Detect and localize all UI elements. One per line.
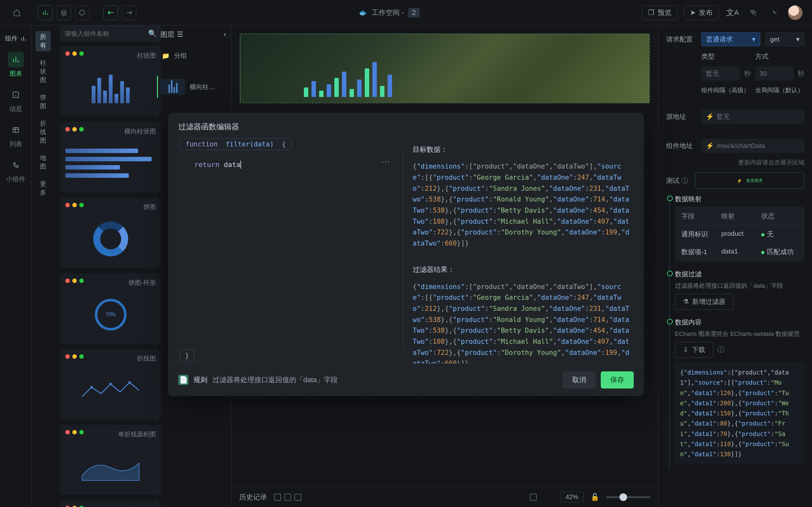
tag-line[interactable]: 折线图 <box>36 118 51 147</box>
rule-text: 过滤器将处理接口返回值的「data」字段 <box>212 375 338 385</box>
chevron-down-icon: ▾ <box>752 36 756 43</box>
workspace-number-badge: 2 <box>408 8 420 17</box>
svg-rect-1 <box>13 127 18 132</box>
config-panel: 请求配置 普通请求▾ get▾ 类型 方式 暂无秒 30秒 组件间隔（高级） 全… <box>658 25 812 507</box>
svg-point-6 <box>129 381 131 384</box>
zoom-slider[interactable] <box>606 496 651 498</box>
tag-bar[interactable]: 柱状图 <box>36 57 51 86</box>
history-nav-1[interactable] <box>274 494 281 501</box>
undo-icon[interactable] <box>103 5 118 20</box>
interval-input-1[interactable]: 暂无 <box>701 66 740 80</box>
tag-pie[interactable]: 饼图 <box>36 92 51 112</box>
filter-result-json: {"dimensions":["product","dataOne","data… <box>413 281 630 363</box>
component-search[interactable]: 🔍 <box>60 25 161 42</box>
test-label: 测试 <box>666 176 679 185</box>
add-filter-button[interactable]: ⚗新增过滤器 <box>675 294 733 309</box>
canvas-selected-component[interactable] <box>240 34 650 103</box>
rule-label: 规则 <box>194 375 207 385</box>
cancel-button[interactable]: 取消 <box>563 372 596 389</box>
history-nav-3[interactable] <box>294 494 301 501</box>
folder-icon: 📁 <box>162 52 170 60</box>
svg-point-2 <box>13 163 15 165</box>
comp-card[interactable]: 饼图-环形 70% <box>60 274 161 343</box>
fish-icon: 🐟 <box>359 9 367 17</box>
source-addr-input[interactable]: ⚡暂无 <box>701 110 804 124</box>
avatar[interactable] <box>788 5 803 20</box>
sidenav: 组件 图表 信息 列表 小组件 <box>0 25 32 507</box>
sidenav-item-charts[interactable]: 图表 <box>0 47 32 82</box>
filter-icon: ⚗ <box>683 298 689 305</box>
preview-label: 预览 <box>658 8 671 17</box>
comp-card[interactable]: 柱状图 <box>60 46 161 116</box>
comp-card[interactable]: 饼图 <box>60 198 161 268</box>
layout-icon[interactable] <box>530 494 537 501</box>
theme-mode-icon[interactable] <box>75 5 90 20</box>
layer-group[interactable]: 📁 分组 <box>160 48 226 63</box>
request-type-select[interactable]: 普通请求▾ <box>701 32 760 46</box>
result-panel[interactable]: 目标数据： {"dimensions":["product","dataOne"… <box>404 138 639 363</box>
sidenav-item-list[interactable]: 列表 <box>0 118 32 153</box>
lock-icon[interactable]: 🔓 <box>591 493 599 501</box>
flash-icon: ⚡ <box>737 178 742 183</box>
sidenav-header: 组件 <box>0 30 32 47</box>
moon-icon[interactable] <box>767 5 781 20</box>
interval-input-2[interactable]: 30 <box>755 66 794 80</box>
function-close-brace: } <box>180 349 194 361</box>
publish-button[interactable]: ➤ 发布 <box>684 5 719 20</box>
mode-col-label: 方式 <box>755 52 805 61</box>
mapping-table: 字段 映射 状态 通用标识 product 无 数据项-1 data1 匹配成功 <box>675 207 804 262</box>
flash-icon: ⚡ <box>706 142 714 150</box>
code-editor[interactable]: function filter(data) { ⋯ return data } <box>173 138 403 363</box>
collapse-icon[interactable]: ‹ <box>224 31 226 39</box>
timeline-filter: 数据过滤 过滤器将处理接口返回值的「data」字段 ⚗新增过滤器 <box>675 270 804 309</box>
comp-card[interactable]: 双折线面积图 <box>60 501 161 507</box>
preview-button[interactable]: ❐ 预览 <box>642 5 677 20</box>
download-button[interactable]: ⇩下载 <box>675 342 713 358</box>
magic-icon[interactable] <box>746 5 761 20</box>
source-addr-label: 源地址 <box>666 112 696 121</box>
refresh-hint: 更新内容请点击展示区域 <box>666 158 804 167</box>
fold-marker[interactable]: ⋯ <box>381 156 391 167</box>
target-data-label: 目标数据： <box>413 144 630 155</box>
tag-all[interactable]: 所有 <box>36 31 51 51</box>
workspace-title: 工作空间 - <box>372 8 404 17</box>
comp-addr-input[interactable]: ⚡/mock/chartData <box>701 139 804 153</box>
timeline-mapping: 数据映射 字段 映射 状态 通用标识 product 无 数据项-1 data1 <box>675 194 804 262</box>
help-icon[interactable]: ⓘ <box>681 176 688 185</box>
history-nav-2[interactable] <box>284 494 291 501</box>
layer-item[interactable]: 横向柱… <box>157 76 226 98</box>
send-request-button[interactable]: ⚡发送请求 <box>695 172 804 189</box>
json-preview[interactable]: {"dimensions":["product","data1"],"sourc… <box>675 362 804 464</box>
components-panel: 所有 柱状图 饼图 折线图 地图 更多 🔍 柱状图 <box>32 25 155 507</box>
code-body[interactable]: return data <box>180 155 397 357</box>
redo-icon[interactable] <box>122 5 136 20</box>
home-icon[interactable] <box>9 5 24 20</box>
translate-icon[interactable]: 文A <box>725 5 740 20</box>
topbar: 🐟 工作空间 - 2 ❐ 预览 ➤ 发布 文A <box>0 0 812 25</box>
request-config-label: 请求配置 <box>666 35 696 44</box>
monitor-icon: ❐ <box>648 9 654 17</box>
table-row: 数据项-1 data1 匹配成功 <box>676 243 804 261</box>
sidenav-item-info[interactable]: 信息 <box>0 82 32 118</box>
chart-mode-icon[interactable] <box>38 5 53 20</box>
comp-card[interactable]: 横向柱状图 <box>60 122 161 192</box>
help-icon[interactable]: ⓘ <box>717 345 724 354</box>
search-input[interactable] <box>65 30 145 38</box>
tag-more[interactable]: 更多 <box>36 178 51 199</box>
layers-mode-icon[interactable] <box>56 5 71 20</box>
function-signature: function filter(data) { <box>180 138 292 150</box>
tag-map[interactable]: 地图 <box>36 152 51 172</box>
component-list[interactable]: 柱状图 横向柱状图 饼图 饼图-环形 <box>55 46 167 507</box>
save-button[interactable]: 保存 <box>601 372 634 389</box>
comp-card[interactable]: 折线图 <box>60 349 161 419</box>
svg-point-5 <box>109 383 112 385</box>
comp-card[interactable]: 单折线面积图 <box>60 425 161 495</box>
bottombar: 历史记录 42% 🔓 <box>232 487 658 507</box>
document-icon: 📄 <box>178 375 189 385</box>
request-method-select[interactable]: get▾ <box>765 32 804 46</box>
modal-footer: 📄 规则 过滤器将处理接口返回值的「data」字段 取消 保存 <box>168 363 644 396</box>
sidenav-item-widgets[interactable]: 小组件 <box>0 153 32 188</box>
zoom-value[interactable]: 42% <box>560 492 583 502</box>
layers-title: 图层 <box>160 30 174 39</box>
svg-point-3 <box>16 165 18 168</box>
